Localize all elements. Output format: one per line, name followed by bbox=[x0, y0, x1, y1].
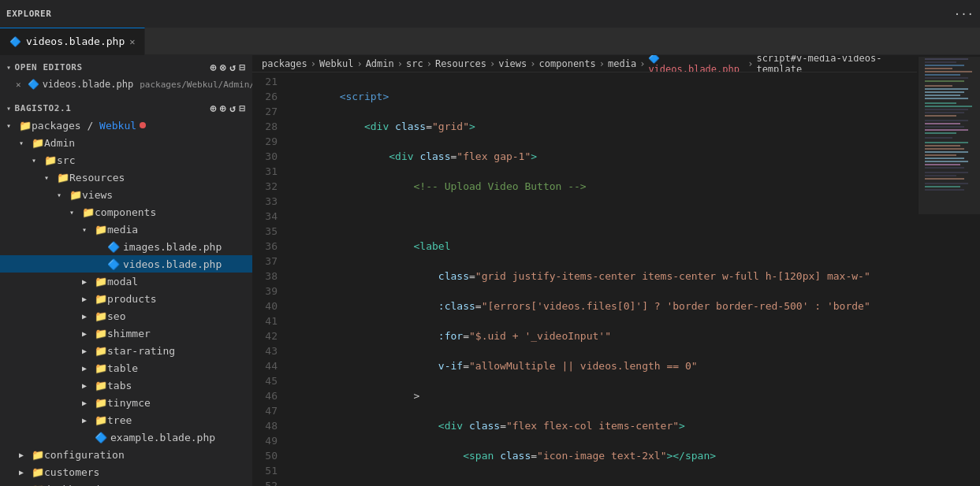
modified-dot bbox=[140, 122, 146, 128]
breadcrumb-videos-blade: 🔷 videos.blade.php bbox=[648, 55, 744, 72]
tree-item-products[interactable]: ▶ 📁 products bbox=[0, 290, 252, 307]
modal-label: modal bbox=[107, 276, 138, 288]
tab-close-icon[interactable]: ✕ bbox=[129, 36, 135, 47]
src-label: src bbox=[57, 154, 75, 166]
tree-item-customers[interactable]: ▶ 📁 customers bbox=[0, 463, 252, 480]
src-folder-icon: 📁 bbox=[44, 154, 57, 166]
breadcrumb-components: components bbox=[539, 58, 596, 69]
customers-label: customers bbox=[44, 466, 99, 478]
tree-item-dashboard[interactable]: ▶ 📁 dashboard bbox=[0, 480, 252, 486]
root-label: BAGISTO2.1 bbox=[15, 103, 72, 113]
star-rating-arrow: ▶ bbox=[82, 347, 95, 355]
customers-folder-icon: 📁 bbox=[32, 466, 44, 478]
star-rating-folder-icon: 📁 bbox=[95, 345, 107, 357]
refresh-icon[interactable]: ↺ bbox=[229, 61, 236, 73]
dashboard-label: dashboard bbox=[44, 484, 99, 487]
tree-item-resources[interactable]: ▾ 📁 Resources bbox=[0, 169, 252, 186]
close-editor-icon[interactable]: ✕ bbox=[16, 80, 21, 90]
breadcrumb-admin: Admin bbox=[366, 58, 394, 69]
new-file-icon[interactable]: ⊕ bbox=[210, 61, 216, 73]
open-editors-section: ▾ OPEN EDITORS ⊕ ⊗ ↺ ⊟ ✕ 🔷 videos.blade.… bbox=[0, 55, 252, 96]
section-header-icons: ⊕ ⊗ ↺ ⊟ bbox=[210, 61, 246, 73]
resources-folder-icon: 📁 bbox=[57, 172, 69, 184]
components-folder-icon: 📁 bbox=[82, 206, 95, 218]
tinymce-arrow: ▶ bbox=[82, 399, 95, 407]
tree-item-packages[interactable]: ▾ 📁 packages / Webkul bbox=[0, 117, 252, 134]
tree-item-tabs[interactable]: ▶ 📁 tabs bbox=[0, 377, 252, 394]
editor-area: packages › Webkul › Admin › src › Resour… bbox=[252, 55, 980, 486]
configuration-folder-icon: 📁 bbox=[32, 449, 44, 461]
table-arrow: ▶ bbox=[82, 364, 95, 373]
breadcrumb-webkul: Webkul bbox=[319, 58, 353, 69]
tree-item-tree[interactable]: ▶ 📁 tree bbox=[0, 411, 252, 428]
videos-blade-label: videos.blade.php bbox=[123, 258, 222, 270]
tree-item-views[interactable]: ▾ 📁 views bbox=[0, 186, 252, 203]
open-editor-item[interactable]: ✕ 🔷 videos.blade.php packages/Webkul/Adm… bbox=[0, 76, 252, 93]
views-label: views bbox=[82, 189, 113, 201]
collapse-root-icon[interactable]: ⊟ bbox=[240, 102, 246, 114]
packages-label: packages / Webkul bbox=[32, 120, 136, 132]
configuration-arrow: ▶ bbox=[19, 451, 32, 459]
new-folder-icon[interactable]: ⊕ bbox=[220, 102, 226, 114]
new-file-root-icon[interactable]: ⊕ bbox=[210, 102, 216, 114]
tree-item-shimmer[interactable]: ▶ 📁 shimmer bbox=[0, 325, 252, 342]
shimmer-folder-icon: 📁 bbox=[95, 328, 107, 339]
minimap bbox=[917, 55, 980, 486]
tabs-label: tabs bbox=[107, 380, 132, 391]
images-blade-icon: 🔷 bbox=[107, 241, 120, 253]
code-editor[interactable]: <script> <div class="grid"> <div class="… bbox=[284, 72, 917, 486]
breadcrumb-script-id: script#v-media-videos-template bbox=[756, 55, 907, 72]
tree-item-star-rating[interactable]: ▶ 📁 star-rating bbox=[0, 342, 252, 359]
tree-item-videos-blade[interactable]: ▾ 🔷 videos.blade.php bbox=[0, 255, 252, 273]
tabs-folder-icon: 📁 bbox=[95, 380, 107, 391]
seo-label: seo bbox=[107, 310, 125, 322]
blade-icon: 🔷 bbox=[9, 36, 21, 47]
table-folder-icon: 📁 bbox=[95, 362, 107, 374]
tree-item-src[interactable]: ▾ 📁 src bbox=[0, 151, 252, 169]
tree-item-modal[interactable]: ▶ 📁 modal bbox=[0, 273, 252, 290]
main-layout: ▾ OPEN EDITORS ⊕ ⊗ ↺ ⊟ ✕ 🔷 videos.blade.… bbox=[0, 55, 980, 486]
example-blade-icon: 🔷 bbox=[95, 432, 107, 443]
code-container[interactable]: 21 26 27 28 29 30 31 32 33 34 35 36 37 3… bbox=[252, 72, 917, 486]
resources-label: Resources bbox=[69, 172, 125, 184]
tab-videos-blade[interactable]: 🔷 videos.blade.php ✕ bbox=[0, 28, 145, 55]
shimmer-arrow: ▶ bbox=[82, 329, 95, 338]
shimmer-label: shimmer bbox=[107, 328, 151, 339]
open-editors-header[interactable]: ▾ OPEN EDITORS ⊕ ⊗ ↺ ⊟ bbox=[0, 58, 252, 76]
modal-folder-icon: 📁 bbox=[95, 276, 107, 288]
save-all-icon[interactable]: ⊗ bbox=[220, 61, 226, 73]
resources-arrow: ▾ bbox=[44, 173, 57, 182]
media-folder-icon: 📁 bbox=[95, 224, 107, 236]
views-arrow: ▾ bbox=[57, 191, 69, 199]
tabs-bar: 🔷 videos.blade.php ✕ bbox=[0, 28, 980, 55]
root-header-icons: ⊕ ⊕ ↺ ⊟ bbox=[210, 102, 246, 114]
open-editors-arrow: ▾ bbox=[6, 63, 12, 72]
tree-folder-icon: 📁 bbox=[95, 414, 107, 426]
breadcrumb-resources: Resources bbox=[435, 58, 486, 69]
breadcrumb: packages › Webkul › Admin › src › Resour… bbox=[252, 55, 917, 72]
tree-item-images-blade[interactable]: ▾ 🔷 images.blade.php bbox=[0, 238, 252, 255]
seo-arrow: ▶ bbox=[82, 312, 95, 321]
tinymce-label: tinymce bbox=[107, 397, 151, 409]
views-folder-icon: 📁 bbox=[69, 189, 82, 201]
tree-item-components[interactable]: ▾ 📁 components bbox=[0, 203, 252, 221]
collapse-icon[interactable]: ⊟ bbox=[240, 61, 246, 73]
more-options-icon[interactable]: ··· bbox=[954, 8, 974, 20]
star-rating-label: star-rating bbox=[107, 345, 175, 357]
tree-item-media[interactable]: ▾ 📁 media bbox=[0, 221, 252, 238]
tree-item-configuration[interactable]: ▶ 📁 configuration bbox=[0, 446, 252, 463]
file-tree: ▾ 📁 packages / Webkul ▾ 📁 Admin ▾ 📁 src … bbox=[0, 117, 252, 486]
root-header[interactable]: ▾ BAGISTO2.1 ⊕ ⊕ ↺ ⊟ bbox=[0, 99, 252, 117]
tree-item-tinymce[interactable]: ▶ 📁 tinymce bbox=[0, 394, 252, 411]
minimap-svg bbox=[919, 57, 980, 486]
refresh-root-icon[interactable]: ↺ bbox=[229, 102, 236, 114]
src-arrow: ▾ bbox=[32, 156, 44, 165]
dashboard-folder-icon: 📁 bbox=[32, 484, 44, 487]
tree-item-example-blade[interactable]: ▾ 🔷 example.blade.php bbox=[0, 428, 252, 446]
root-arrow: ▾ bbox=[6, 104, 12, 113]
tree-item-admin[interactable]: ▾ 📁 Admin bbox=[0, 134, 252, 151]
open-editors-label: OPEN EDITORS bbox=[15, 62, 83, 72]
components-arrow: ▾ bbox=[69, 208, 82, 217]
tree-item-table[interactable]: ▶ 📁 table bbox=[0, 359, 252, 377]
tree-item-seo[interactable]: ▶ 📁 seo bbox=[0, 307, 252, 325]
